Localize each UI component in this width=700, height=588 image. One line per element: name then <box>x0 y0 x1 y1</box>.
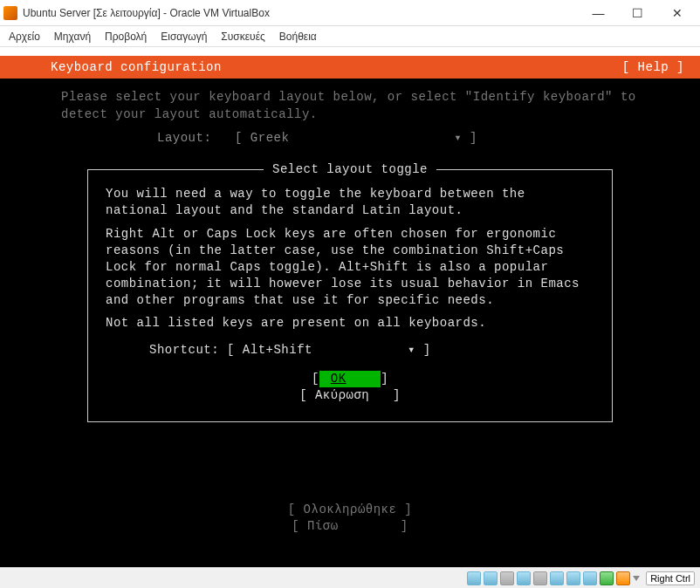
mouse-integration-icon[interactable] <box>616 571 630 585</box>
dialog-paragraph-1: You will need a way to toggle the keyboa… <box>106 186 594 219</box>
dialog-paragraph-3: Not all listed keys are present on all k… <box>106 315 594 332</box>
back-button[interactable]: [ Πίσω ] <box>0 518 700 535</box>
menu-machine[interactable]: Μηχανή <box>54 31 91 43</box>
dialog-title: Select layout toggle <box>264 161 436 178</box>
window-title: Ubuntu Server [Σε λειτουργία] - Oracle V… <box>23 7 270 19</box>
statusbar: Right Ctrl <box>0 567 700 588</box>
menu-help[interactable]: Βοήθεια <box>279 31 317 43</box>
audio-icon[interactable] <box>500 571 514 585</box>
menu-devices[interactable]: Συσκευές <box>221 31 264 43</box>
installer-header: Keyboard configuration [ Help ] <box>0 56 700 79</box>
help-button[interactable]: [ Help ] <box>622 60 684 74</box>
menu-view[interactable]: Προβολή <box>105 31 147 43</box>
network-icon[interactable] <box>517 571 531 585</box>
usb-icon[interactable] <box>533 571 547 585</box>
shortcut-value[interactable]: Alt+Shift <box>243 343 312 357</box>
menu-input[interactable]: Εισαγωγή <box>161 31 207 43</box>
shortcut-label: Shortcut: <box>149 343 219 357</box>
maximize-button[interactable]: ☐ <box>618 0 657 25</box>
hostkey-indicator[interactable]: Right Ctrl <box>646 571 695 585</box>
done-button[interactable]: [ Ολοκληρώθηκε ] <box>0 502 700 518</box>
close-button[interactable]: ✕ <box>657 0 697 25</box>
chevron-down-icon[interactable]: ▾ <box>454 131 462 145</box>
shortcut-row: Shortcut: [ Alt+Shift ▾ ] <box>106 342 594 359</box>
cpu-icon[interactable] <box>600 571 614 585</box>
footer-buttons: [ Ολοκληρώθηκε ] [ Πίσω ] <box>0 502 700 535</box>
dialog-paragraph-2: Right Alt or Caps Lock keys are often ch… <box>106 226 594 308</box>
chevron-down-icon[interactable]: ▾ <box>408 343 415 357</box>
menu-file[interactable]: Αρχείο <box>9 31 40 43</box>
instructions-text: Please select your keyboard layout below… <box>0 79 700 126</box>
hostkey-arrow-icon <box>633 576 640 581</box>
installer-title: Keyboard configuration <box>51 60 222 74</box>
ok-button[interactable]: OK <box>319 371 381 387</box>
virtualbox-icon <box>3 6 17 20</box>
shared-folder-icon[interactable] <box>550 571 564 585</box>
layout-label: Layout: <box>157 131 211 145</box>
hdd-icon[interactable] <box>467 571 481 585</box>
optical-icon[interactable] <box>484 571 498 585</box>
cancel-button[interactable]: [ Ακύρωση ] <box>299 387 401 404</box>
minimize-button[interactable]: — <box>579 0 618 25</box>
vm-display[interactable]: Keyboard configuration [ Help ] Please s… <box>0 56 700 571</box>
layout-value[interactable]: Greek <box>250 131 290 145</box>
layout-toggle-dialog: Select layout toggle You will need a way… <box>87 169 613 422</box>
window-titlebar: Ubuntu Server [Σε λειτουργία] - Oracle V… <box>0 0 700 26</box>
recording-icon[interactable] <box>583 571 597 585</box>
display-icon[interactable] <box>566 571 580 585</box>
layout-row: Layout: [ Greek ▾ ] <box>0 126 700 145</box>
menubar: Αρχείο Μηχανή Προβολή Εισαγωγή Συσκευές … <box>0 26 700 47</box>
